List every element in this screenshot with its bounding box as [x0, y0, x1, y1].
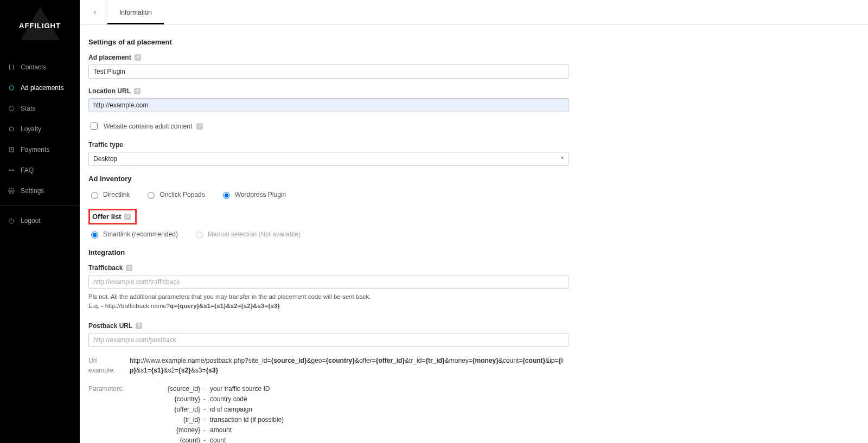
- adult-content-row: Website contains adult content ?: [88, 121, 569, 131]
- sidebar-item-label: Settings: [21, 187, 44, 195]
- hint-line2-bold: q={query}&s1={s1}&s2={s2}&s3={s3}: [170, 303, 280, 309]
- location-url-input[interactable]: [88, 98, 569, 112]
- radio-label: Onclick Popads: [159, 191, 205, 198]
- label-postback: Postback URL ?: [88, 322, 569, 330]
- label-text: Offer list: [92, 213, 121, 221]
- main: Information Settings of ad placement Ad …: [80, 0, 868, 443]
- radio-input: [196, 232, 203, 239]
- sidebar-item-settings[interactable]: Settings: [0, 181, 80, 201]
- sidebar-item-label: FAQ: [21, 166, 34, 174]
- offer-list-radios: Smartlink (recommended)Manual selection …: [88, 230, 569, 239]
- svg-point-3: [11, 190, 12, 192]
- parameter-desc: transaction id (if possible): [210, 415, 284, 425]
- parameter-row: {source_id}-your traffic source ID: [130, 384, 284, 394]
- radio-directlink[interactable]: Directlink: [88, 190, 130, 199]
- section-title-settings: Settings of ad placement: [88, 38, 569, 46]
- gear-icon: [8, 187, 15, 195]
- sidebar-nav: ContactsAd placementsStatsLoyaltyPayment…: [0, 52, 80, 201]
- label-text: Traffic type: [88, 141, 123, 149]
- tab-label: Information: [119, 9, 152, 16]
- parameter-key: {tr_id}: [130, 415, 200, 425]
- sidebar-item-stats[interactable]: Stats: [0, 98, 80, 119]
- help-icon[interactable]: ?: [196, 123, 203, 130]
- radio-smartlink-recommended-[interactable]: Smartlink (recommended): [88, 230, 178, 239]
- parameter-row: {tr_id}-transaction id (if possible): [130, 415, 284, 425]
- help-icon[interactable]: ?: [124, 214, 131, 220]
- parameter-key: {country}: [130, 394, 200, 405]
- arrow-out-icon: [8, 146, 15, 153]
- label-trafficback: Trafficback ?: [88, 264, 569, 272]
- chevron-left-icon: [92, 9, 98, 16]
- postback-input[interactable]: [88, 333, 569, 347]
- label-text: Postback URL: [88, 322, 132, 330]
- trafficback-input[interactable]: [88, 275, 569, 289]
- parameter-row: {money}-amount: [130, 425, 284, 435]
- sidebar-item-label: Loyalty: [21, 125, 41, 133]
- tab-information[interactable]: Information: [107, 0, 164, 24]
- label-location-url: Location URL ?: [88, 87, 569, 95]
- url-example-label: Url example:: [88, 356, 122, 375]
- help-icon[interactable]: ?: [134, 88, 141, 94]
- ad-inventory-radios: DirectlinkOnclick PopadsWordpress Plugin: [88, 190, 569, 199]
- parameter-row: {offer_id}-id of campaign: [130, 405, 284, 415]
- label-ad-placement: Ad placement ?: [88, 54, 569, 61]
- sidebar-item-label: Payments: [21, 146, 49, 153]
- parameter-row: {count}-count: [130, 435, 284, 443]
- sidebar-item-contacts[interactable]: Contacts: [0, 57, 80, 78]
- field-ad-placement: Ad placement ?: [88, 54, 569, 79]
- radio-label: Wordpress Plugin: [235, 191, 286, 198]
- radio-wordpress-plugin[interactable]: Wordpress Plugin: [220, 190, 286, 199]
- sidebar-divider: [0, 206, 80, 206]
- radio-label: Manual selection (Not available): [208, 230, 301, 238]
- refresh-icon: [8, 105, 15, 112]
- radio-label: Directlink: [103, 191, 130, 198]
- sidebar-item-faq[interactable]: FAQ: [0, 160, 80, 181]
- power-icon: [8, 217, 15, 224]
- radio-input[interactable]: [223, 192, 230, 199]
- sidebar-item-loyalty[interactable]: Loyalty: [0, 119, 80, 139]
- sidebar-item-label: Ad placements: [21, 84, 63, 92]
- circle-icon: [8, 125, 15, 133]
- parameter-key: {count}: [130, 435, 200, 443]
- content: Settings of ad placement Ad placement ? …: [80, 25, 569, 443]
- parameter-key: {offer_id}: [130, 405, 200, 415]
- section-title-ad-inventory: Ad inventory: [88, 175, 569, 183]
- sidebar-item-payments[interactable]: Payments: [0, 139, 80, 160]
- main-scroll[interactable]: Information Settings of ad placement Ad …: [80, 0, 868, 443]
- adult-content-checkbox[interactable]: [91, 123, 98, 130]
- sidebar-item-logout[interactable]: Logout: [0, 210, 80, 231]
- ad-placement-input[interactable]: [88, 65, 569, 79]
- trafficback-hint: Pls not. All the additional parameters t…: [88, 292, 569, 311]
- help-icon[interactable]: ?: [126, 265, 132, 271]
- adult-content-label: Website contains adult content: [104, 123, 192, 130]
- back-button[interactable]: [85, 0, 105, 24]
- radio-input[interactable]: [148, 192, 155, 199]
- field-traffic-type: Traffic type Desktop: [88, 141, 569, 166]
- radio-manual-selection-not-available-: Manual selection (Not available): [193, 230, 301, 239]
- sidebar-item-ad-placements[interactable]: Ad placements: [0, 78, 80, 98]
- sidebar-item-label: Stats: [21, 105, 35, 112]
- sidebar: AFFILIGHT ContactsAd placementsStatsLoya…: [0, 0, 80, 443]
- help-icon[interactable]: ?: [136, 323, 142, 329]
- label-traffic-type: Traffic type: [88, 141, 569, 149]
- radio-input[interactable]: [91, 232, 98, 239]
- brand-text: AFFILIGHT: [19, 22, 61, 30]
- parameter-desc: your traffic source ID: [210, 384, 270, 394]
- svg-point-1: [9, 127, 14, 131]
- field-trafficback: Trafficback ? Pls not. All the additiona…: [88, 264, 569, 311]
- parameters-label: Parameters:: [88, 384, 122, 444]
- field-location-url: Location URL ?: [88, 87, 569, 112]
- help-icon[interactable]: ?: [135, 54, 141, 61]
- radio-onclick-popads[interactable]: Onclick Popads: [145, 190, 205, 199]
- parameter-desc: id of campaign: [210, 405, 252, 415]
- highlight-offer-list: Offer list ?: [88, 209, 137, 224]
- radio-label: Smartlink (recommended): [103, 230, 178, 238]
- hint-line2-prefix: E.q. - http://trafficback.name?: [88, 303, 170, 309]
- field-postback: Postback URL ?: [88, 322, 569, 347]
- radio-input[interactable]: [91, 192, 98, 199]
- url-example-row: Url example: http://www.example.name/pos…: [88, 356, 569, 375]
- hint-line1: Pls not. All the additional parameters t…: [88, 293, 371, 300]
- parameter-desc: count: [210, 435, 226, 443]
- parameter-desc: country code: [210, 394, 247, 405]
- traffic-type-select[interactable]: Desktop: [88, 152, 569, 166]
